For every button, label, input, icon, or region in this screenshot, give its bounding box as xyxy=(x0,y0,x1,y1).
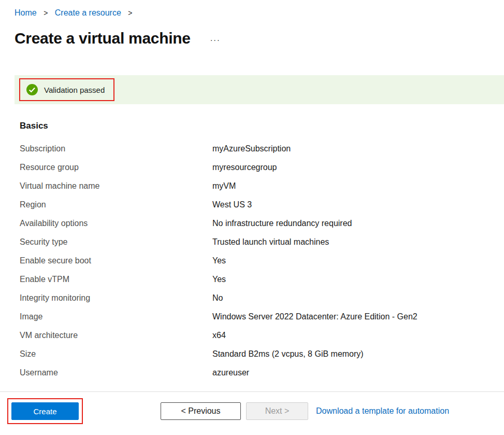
summary-row-image: Image Windows Server 2022 Datacenter: Az… xyxy=(20,307,504,326)
success-check-icon xyxy=(26,84,38,95)
row-label: Subscription xyxy=(20,144,212,153)
breadcrumb-separator: > xyxy=(128,9,132,17)
summary-row-vm-architecture: VM architecture x64 xyxy=(20,326,504,345)
row-label: Region xyxy=(20,200,212,209)
row-value: Trusted launch virtual machines xyxy=(212,237,329,247)
row-value: West US 3 xyxy=(212,200,252,209)
breadcrumb-create-a-resource-link[interactable]: Create a resource xyxy=(55,8,121,17)
section-title-basics: Basics xyxy=(20,121,504,131)
create-button[interactable]: Create xyxy=(11,402,79,420)
summary-row-subscription: Subscription myAzureSubscription xyxy=(20,139,504,158)
more-options-icon[interactable]: ... xyxy=(210,33,221,44)
row-label: Size xyxy=(20,349,212,359)
summary-row-resource-group: Resource group myresourcegroup xyxy=(20,158,504,177)
breadcrumb: Home > Create a resource > xyxy=(0,0,504,18)
basics-summary-list: Subscription myAzureSubscription Resourc… xyxy=(20,139,504,382)
summary-row-vtpm: Enable vTPM Yes xyxy=(20,270,504,289)
footer-bar: Create < Previous Next > Download a temp… xyxy=(0,398,504,424)
row-label: Virtual machine name xyxy=(20,181,212,191)
next-button[interactable]: Next > xyxy=(246,402,308,420)
summary-row-security-type: Security type Trusted launch virtual mac… xyxy=(20,233,504,251)
summary-row-integrity-monitoring: Integrity monitoring No xyxy=(20,289,504,307)
row-label: Image xyxy=(20,312,212,321)
row-label: Availability options xyxy=(20,219,212,228)
row-value: myresourcegroup xyxy=(212,163,277,172)
row-label: Username xyxy=(20,368,212,377)
row-value: Windows Server 2022 Datacenter: Azure Ed… xyxy=(212,312,417,321)
row-label: Integrity monitoring xyxy=(20,293,212,303)
validation-banner: Validation passed xyxy=(15,75,504,104)
row-value: No xyxy=(212,293,223,303)
row-value: myVM xyxy=(212,181,236,191)
row-value: Yes xyxy=(212,275,226,284)
page-title: Create a virtual machine xyxy=(15,30,191,47)
row-value: Yes xyxy=(212,256,226,265)
summary-row-secure-boot: Enable secure boot Yes xyxy=(20,251,504,270)
row-label: Enable vTPM xyxy=(20,275,212,284)
row-value: azureuser xyxy=(212,368,249,377)
validation-annotation-box: Validation passed xyxy=(19,78,114,101)
summary-row-username: Username azureuser xyxy=(20,363,504,382)
row-value: x64 xyxy=(212,331,226,340)
title-row: Create a virtual machine ... xyxy=(0,18,504,47)
download-template-link[interactable]: Download a template for automation xyxy=(316,406,449,416)
breadcrumb-separator: > xyxy=(44,9,48,17)
row-label: Enable secure boot xyxy=(20,256,212,265)
summary-row-region: Region West US 3 xyxy=(20,195,504,214)
row-value: No infrastructure redundancy required xyxy=(212,219,352,228)
footer-divider xyxy=(0,391,504,392)
validation-message: Validation passed xyxy=(44,86,105,94)
summary-row-size: Size Standard B2ms (2 vcpus, 8 GiB memor… xyxy=(20,345,504,363)
breadcrumb-home-link[interactable]: Home xyxy=(15,8,37,17)
previous-button[interactable]: < Previous xyxy=(161,402,241,420)
summary-row-vm-name: Virtual machine name myVM xyxy=(20,177,504,195)
row-label: Security type xyxy=(20,237,212,247)
row-label: Resource group xyxy=(20,163,212,172)
row-value: myAzureSubscription xyxy=(212,144,291,153)
create-annotation-box: Create xyxy=(7,398,83,424)
summary-row-availability-options: Availability options No infrastructure r… xyxy=(20,214,504,233)
row-value: Standard B2ms (2 vcpus, 8 GiB memory) xyxy=(212,349,364,359)
row-label: VM architecture xyxy=(20,331,212,340)
